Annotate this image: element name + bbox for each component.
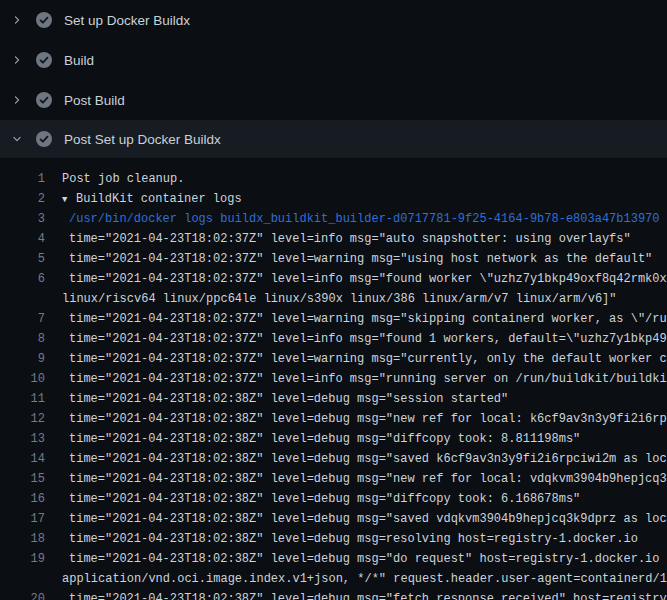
log-line-text: time="2021-04-23T18:02:37Z" level=info m… [45,269,667,289]
log-line-number[interactable]: 3 [0,209,45,229]
chevron-right-icon [12,15,22,25]
log-line: 18 time="2021-04-23T18:02:38Z" level=deb… [0,529,667,549]
log-line-text: time="2021-04-23T18:02:37Z" level=warnin… [45,249,667,269]
log-line-number[interactable]: 20 [0,589,45,600]
log-line-text: /usr/bin/docker logs buildx_buildkit_bui… [45,209,667,229]
log-line-wrap-text: linux/riscv64 linux/ppc64le linux/s390x … [45,289,667,309]
step-label: Post Build [64,93,125,108]
actions-log-viewer: Set up Docker Buildx Build Post Build Po… [0,0,667,600]
log-line: 15 time="2021-04-23T18:02:38Z" level=deb… [0,469,667,489]
log-line: 13 time="2021-04-23T18:02:38Z" level=deb… [0,429,667,449]
log-line-number [0,289,45,309]
log-line: 9 time="2021-04-23T18:02:37Z" level=warn… [0,349,667,369]
log-line-number[interactable]: 19 [0,549,45,569]
log-line: linux/riscv64 linux/ppc64le linux/s390x … [0,289,667,309]
step-row-build[interactable]: Build [0,40,667,80]
log-line-number[interactable]: 2 [0,189,45,209]
log-line: 1 Post job cleanup. [0,169,667,189]
log-line: 11 time="2021-04-23T18:02:38Z" level=deb… [0,389,667,409]
log-line: 12 time="2021-04-23T18:02:38Z" level=deb… [0,409,667,429]
step-row-set-up-docker-buildx[interactable]: Set up Docker Buildx [0,0,667,40]
log-line-number[interactable]: 16 [0,489,45,509]
log-line-number[interactable]: 8 [0,329,45,349]
log-line: 10 time="2021-04-23T18:02:37Z" level=inf… [0,369,667,389]
log-line-number[interactable]: 5 [0,249,45,269]
log-line: application/vnd.oci.image.index.v1+json,… [0,569,667,589]
step-label: Build [64,53,94,68]
log-line-number[interactable]: 1 [0,169,45,189]
check-circle-icon [36,131,52,147]
log-area: 1 Post job cleanup. 2 ▼BuildKit containe… [0,158,667,600]
log-line: 16 time="2021-04-23T18:02:38Z" level=deb… [0,489,667,509]
log-line-text: time="2021-04-23T18:02:37Z" level=warnin… [45,309,667,329]
log-line-text: time="2021-04-23T18:02:38Z" level=debug … [45,469,667,489]
log-line: 4 time="2021-04-23T18:02:37Z" level=info… [0,229,667,249]
log-line-number[interactable]: 10 [0,369,45,389]
log-line-number[interactable]: 15 [0,469,45,489]
log-line-number[interactable]: 17 [0,509,45,529]
log-line: 20 time="2021-04-23T18:02:38Z" level=deb… [0,589,667,600]
log-line-wrap-text: application/vnd.oci.image.index.v1+json,… [45,569,667,589]
log-line-number[interactable]: 14 [0,449,45,469]
log-line-number[interactable]: 12 [0,409,45,429]
log-line-text: time="2021-04-23T18:02:38Z" level=debug … [45,489,667,509]
log-line-number[interactable]: 9 [0,349,45,369]
log-line-text: time="2021-04-23T18:02:38Z" level=debug … [45,529,667,549]
chevron-down-icon [12,134,22,144]
log-line-number[interactable]: 13 [0,429,45,449]
log-line-text: time="2021-04-23T18:02:38Z" level=debug … [45,429,667,449]
log-line-text: time="2021-04-23T18:02:38Z" level=debug … [45,389,667,409]
log-line: 5 time="2021-04-23T18:02:37Z" level=warn… [0,249,667,269]
log-line-text: Post job cleanup. [45,169,667,189]
chevron-right-icon [12,95,22,105]
check-circle-icon [36,52,52,68]
log-line: 2 ▼BuildKit container logs [0,189,667,209]
step-list: Set up Docker Buildx Build Post Build Po… [0,0,667,158]
log-line-number[interactable]: 7 [0,309,45,329]
log-line-number[interactable]: 4 [0,229,45,249]
step-row-post-set-up-docker-buildx[interactable]: Post Set up Docker Buildx [0,120,667,158]
log-line: 17 time="2021-04-23T18:02:38Z" level=deb… [0,509,667,529]
log-line: 6 time="2021-04-23T18:02:37Z" level=info… [0,269,667,289]
chevron-right-icon [12,55,22,65]
log-line-number[interactable]: 11 [0,389,45,409]
log-line: 14 time="2021-04-23T18:02:38Z" level=deb… [0,449,667,469]
step-label: Set up Docker Buildx [64,13,190,28]
step-row-post-build[interactable]: Post Build [0,80,667,120]
log-line: 19 time="2021-04-23T18:02:38Z" level=deb… [0,549,667,569]
log-group-title: BuildKit container logs [76,192,242,206]
log-line-text: time="2021-04-23T18:02:38Z" level=debug … [45,549,667,569]
check-circle-icon [36,92,52,108]
log-group-toggle[interactable]: ▼BuildKit container logs [45,189,667,209]
check-circle-icon [36,12,52,28]
log-line-text: time="2021-04-23T18:02:38Z" level=debug … [45,449,667,469]
step-label: Post Set up Docker Buildx [64,132,221,147]
log-line-text: time="2021-04-23T18:02:38Z" level=debug … [45,509,667,529]
log-line-text: time="2021-04-23T18:02:38Z" level=debug … [45,409,667,429]
log-line-number [0,569,45,589]
log-line-text: time="2021-04-23T18:02:38Z" level=debug … [45,589,667,600]
log-line-text: time="2021-04-23T18:02:37Z" level=info m… [45,369,667,389]
log-line-number[interactable]: 18 [0,529,45,549]
log-line-number[interactable]: 6 [0,269,45,289]
group-expanded-triangle-icon: ▼ [62,190,76,209]
log-line-text: time="2021-04-23T18:02:37Z" level=info m… [45,229,667,249]
log-line-text: time="2021-04-23T18:02:37Z" level=warnin… [45,349,667,369]
log-line: 3 /usr/bin/docker logs buildx_buildkit_b… [0,209,667,229]
log-line: 7 time="2021-04-23T18:02:37Z" level=warn… [0,309,667,329]
log-line-text: time="2021-04-23T18:02:37Z" level=info m… [45,329,667,349]
log-line: 8 time="2021-04-23T18:02:37Z" level=info… [0,329,667,349]
